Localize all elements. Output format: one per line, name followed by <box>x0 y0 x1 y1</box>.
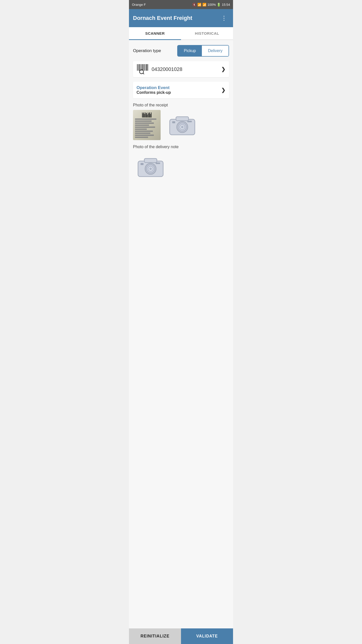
barcode-icon <box>137 64 149 74</box>
operation-event-subtitle: Conforms pick-up <box>137 90 171 95</box>
photo-delivery-label: Photo of the delivery note <box>133 145 229 149</box>
pickup-button[interactable]: Pickup <box>178 46 202 56</box>
barcode-row[interactable]: 04320001028 ❯ <box>133 61 229 77</box>
wifi-icon: 📶 <box>197 3 201 7</box>
svg-rect-28 <box>141 163 144 165</box>
operation-type-buttons: Pickup Delivery <box>177 45 229 57</box>
camera-add-receipt[interactable] <box>165 110 200 140</box>
svg-rect-9 <box>146 64 146 71</box>
operation-type-label: Operation type <box>133 48 161 53</box>
photo-receipt-label: Photo of the receipt <box>133 103 229 107</box>
more-options-icon[interactable]: ⋮ <box>219 14 229 23</box>
receipt-thumbnail[interactable] <box>133 110 161 140</box>
app-header: Dornach Event Freight ⋮ <box>129 9 233 27</box>
camera-add-delivery[interactable] <box>133 152 168 182</box>
receipt-text <box>135 118 159 138</box>
battery-icon: 🔋 <box>217 3 221 7</box>
svg-point-27 <box>149 168 152 170</box>
signal-icon: 📶 <box>202 3 206 7</box>
svg-rect-2 <box>139 64 140 71</box>
status-bar: Orange F 🔇 📶 📶 100% 🔋 15:54 <box>129 0 233 9</box>
svg-rect-11 <box>148 64 148 71</box>
photo-delivery-row <box>133 152 229 182</box>
mute-icon: 🔇 <box>192 3 196 7</box>
photo-receipt-section: Photo of the receipt <box>133 103 229 140</box>
svg-rect-3 <box>140 64 140 71</box>
battery-level: 100% <box>207 3 216 7</box>
operation-event-text: Operation Event Conforms pick-up <box>137 85 171 95</box>
operation-event-row[interactable]: Operation Event Conforms pick-up ❯ <box>133 82 229 98</box>
tab-scanner[interactable]: SCANNER <box>129 27 181 39</box>
main-content: Operation type Pickup Delivery <box>129 40 233 628</box>
delivery-button[interactable]: Delivery <box>202 46 229 56</box>
tab-bar: SCANNER HISTORICAL <box>129 27 233 40</box>
tab-historical[interactable]: HISTORICAL <box>181 27 233 39</box>
svg-rect-1 <box>138 64 138 71</box>
app-title: Dornach Event Freight <box>133 15 192 21</box>
svg-rect-29 <box>156 163 160 164</box>
svg-rect-23 <box>144 158 157 163</box>
bottom-buttons: REINITIALIZE VALIDATE <box>129 628 233 644</box>
time: 15:54 <box>222 3 230 7</box>
operation-event-title: Operation Event <box>137 85 171 90</box>
svg-rect-10 <box>146 64 147 71</box>
svg-rect-8 <box>145 64 145 71</box>
validate-button[interactable]: VALIDATE <box>181 628 233 644</box>
photo-receipt-row <box>133 110 229 140</box>
operation-event-chevron: ❯ <box>221 87 225 93</box>
svg-line-13 <box>143 73 145 74</box>
receipt-barcode <box>142 112 152 117</box>
barcode-number: 04320001028 <box>152 66 218 72</box>
svg-rect-20 <box>172 121 175 123</box>
photo-delivery-section: Photo of the delivery note <box>133 145 229 182</box>
svg-rect-21 <box>187 121 192 122</box>
operation-type-row: Operation type Pickup Delivery <box>133 45 229 57</box>
svg-rect-15 <box>176 117 189 121</box>
barcode-chevron: ❯ <box>221 66 225 72</box>
carrier-name: Orange F <box>132 3 146 7</box>
svg-point-19 <box>181 126 184 128</box>
svg-rect-7 <box>144 64 144 71</box>
status-icons: 🔇 📶 📶 100% 🔋 15:54 <box>192 3 230 7</box>
svg-rect-0 <box>137 64 138 71</box>
reinitialize-button[interactable]: REINITIALIZE <box>129 628 181 644</box>
